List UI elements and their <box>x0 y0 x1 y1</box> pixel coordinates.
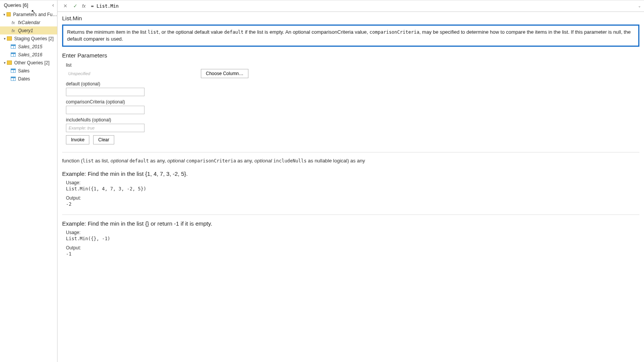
tree-item-label: Sales_2016 <box>18 52 42 57</box>
example-1-output-code: -2 <box>66 201 639 207</box>
caret-down-icon: ▾ <box>2 37 7 41</box>
example-2-output-code: -1 <box>66 251 639 257</box>
expand-formula-icon[interactable]: ⌄ <box>635 4 644 8</box>
tree-group-parameters[interactable]: ▾ Parameters and Fu… <box>0 10 57 18</box>
enter-parameters-title: Enter Parameters <box>62 52 639 59</box>
formula-input[interactable] <box>88 2 632 10</box>
fx-icon: fx <box>82 3 85 9</box>
collapse-pane-icon[interactable]: ‹ <box>52 2 54 8</box>
param-comparison-input[interactable] <box>66 106 145 114</box>
table-icon <box>11 44 16 49</box>
tree-item-label: fxCalendar <box>18 20 40 25</box>
tree-item-label: Dates <box>18 76 30 82</box>
clear-button[interactable]: Clear <box>93 135 114 144</box>
tree-group-other[interactable]: ▾ Other Queries [2] <box>0 59 57 67</box>
tree-item-label: Sales_2015 <box>18 44 42 49</box>
function-icon: fx <box>11 28 16 33</box>
tree-item-dates[interactable]: Dates <box>0 75 57 83</box>
tree-group-label: Parameters and Fu… <box>13 12 57 17</box>
example-1-output-label: Output: <box>66 195 639 201</box>
tree-item-sales-2016[interactable]: Sales_2016 <box>0 51 57 59</box>
table-icon <box>11 69 16 73</box>
caret-down-icon: ▾ <box>2 13 7 16</box>
caret-down-icon: ▾ <box>2 61 7 65</box>
example-2-title: Example: Find the min in the list {} or … <box>62 220 639 227</box>
table-icon <box>11 52 16 57</box>
divider <box>62 215 639 215</box>
function-icon: fx <box>11 20 16 25</box>
param-list-input[interactable] <box>66 69 196 78</box>
param-list-label: list <box>66 62 639 68</box>
param-default-label: default (optional) <box>66 81 639 87</box>
queries-pane-title: Queries [6] <box>4 2 28 8</box>
tree-group-label: Other Queries [2] <box>14 60 49 66</box>
divider <box>62 152 639 152</box>
cancel-icon[interactable]: ✕ <box>61 2 69 10</box>
param-includenulls-label: includeNulls (optional) <box>66 117 639 123</box>
tree-group-staging[interactable]: ▾ Staging Queries [2] <box>0 34 57 43</box>
choose-column-button[interactable]: Choose Column… <box>201 69 248 78</box>
function-description: Returns the minimum item in the list lis… <box>62 25 639 47</box>
example-1-usage-label: Usage: <box>66 180 639 185</box>
folder-icon <box>7 12 11 16</box>
tree-item-query1[interactable]: fx Query1 <box>0 26 57 34</box>
tree-item-fxcalendar[interactable]: fx fxCalendar <box>0 18 57 26</box>
tree-item-label: Query1 <box>18 28 33 33</box>
example-2-usage-code: List.Min({}, -1) <box>66 236 639 241</box>
confirm-icon[interactable]: ✓ <box>71 2 79 10</box>
tree-group-label: Staging Queries [2] <box>14 36 54 41</box>
tree-item-label: Sales <box>18 68 30 74</box>
example-2-usage-label: Usage: <box>66 230 639 235</box>
param-includenulls-input[interactable] <box>66 124 145 132</box>
formula-bar: ✕ ✓ fx ⌄ <box>58 0 644 12</box>
function-name: List.Min <box>62 15 639 21</box>
folder-icon <box>7 61 12 65</box>
example-2-output-label: Output: <box>66 245 639 251</box>
param-comparison-label: comparisonCriteria (optional) <box>66 99 639 105</box>
function-doc: List.Min Returns the minimum item in the… <box>58 12 644 362</box>
example-1-title: Example: Find the min in the list {1, 4,… <box>62 170 639 177</box>
tree-item-sales[interactable]: Sales <box>0 67 57 75</box>
tree-item-sales-2015[interactable]: Sales_2015 <box>0 43 57 51</box>
folder-icon <box>7 36 12 41</box>
table-icon <box>11 77 16 81</box>
example-1-usage-code: List.Min({1, 4, 7, 3, -2, 5}) <box>66 186 639 192</box>
function-signature: function (list as list, optional default… <box>62 158 639 164</box>
invoke-button[interactable]: Invoke <box>66 135 89 144</box>
param-default-input[interactable] <box>66 88 145 96</box>
queries-pane: Queries [6] ‹ ▾ Parameters and Fu… fx fx… <box>0 0 58 362</box>
